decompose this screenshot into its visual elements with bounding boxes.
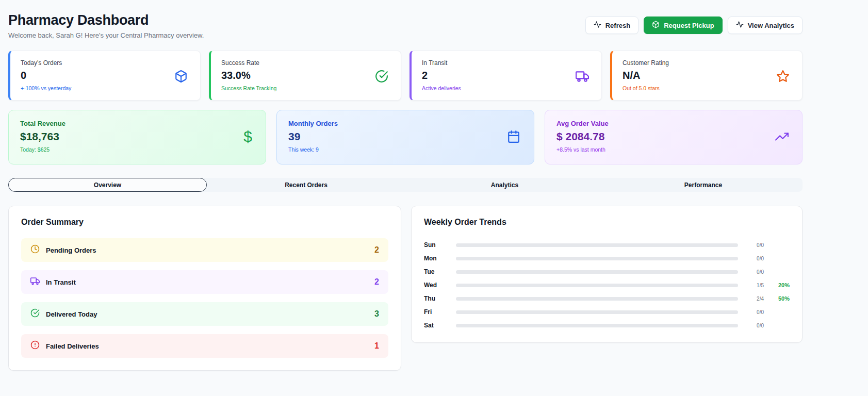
header-actions: Refresh Request Pickup View Analytics xyxy=(585,16,803,34)
page-header: Pharmacy Dashboard Welcome back, Sarah G… xyxy=(8,12,803,39)
total-revenue-card: Total Revenue $18,763 Today: $625 $ xyxy=(8,110,266,164)
item-count: 2 xyxy=(374,277,379,287)
avg-order-value-card: Avg Order Value $ 2084.78 +8.5% vs last … xyxy=(545,110,803,164)
trend-bar-track xyxy=(456,257,738,260)
trend-day-label: Mon xyxy=(424,255,450,262)
pharmacy-dashboard-page: Pharmacy Dashboard Welcome back, Sarah G… xyxy=(0,0,803,371)
stat-subtitle: Out of 5.0 stars xyxy=(623,85,792,91)
trending-up-icon xyxy=(775,130,789,145)
trend-row-mon: Mon 0/0 xyxy=(424,252,790,265)
trend-day-label: Fri xyxy=(424,308,450,316)
trend-ratio: 0/0 xyxy=(744,309,764,315)
check-circle-icon xyxy=(30,308,40,320)
card-value: $18,763 xyxy=(20,130,254,143)
trend-percent: 50% xyxy=(770,295,790,302)
card-subtitle: Today: $625 xyxy=(20,146,254,153)
alert-circle-icon xyxy=(30,340,40,352)
truck-icon xyxy=(576,70,589,85)
check-circle-icon xyxy=(375,70,388,85)
content-panels: Order Summary Pending Orders 2 In Transi… xyxy=(8,206,803,371)
stat-value: 33.0% xyxy=(221,70,390,81)
truck-icon xyxy=(30,276,40,288)
activity-icon xyxy=(736,21,744,30)
star-icon xyxy=(776,70,790,85)
trend-bar-track xyxy=(456,297,738,301)
order-summary-list: Pending Orders 2 In Transit 2 Delivered … xyxy=(21,238,388,358)
trend-row-fri: Fri 0/0 xyxy=(424,305,790,319)
request-pickup-button-label: Request Pickup xyxy=(664,22,714,29)
tab-bar: Overview Recent Orders Analytics Perform… xyxy=(8,178,803,192)
card-value: 39 xyxy=(288,130,522,143)
panel-title: Weekly Order Trends xyxy=(424,218,790,227)
trend-bar-track xyxy=(456,270,738,274)
view-analytics-button-label: View Analytics xyxy=(748,22,794,29)
dollar-icon: $ xyxy=(243,130,252,144)
trend-day-label: Wed xyxy=(424,282,450,289)
stat-card-success-rate: Success Rate 33.0% Success Rate Tracking xyxy=(209,51,401,101)
item-label: Pending Orders xyxy=(46,246,96,254)
refresh-button[interactable]: Refresh xyxy=(585,16,638,34)
tab-analytics[interactable]: Analytics xyxy=(405,178,604,192)
card-subtitle: +8.5% vs last month xyxy=(556,146,791,153)
card-title: Avg Order Value xyxy=(556,120,791,127)
trend-row-thu: Thu 2/4 50% xyxy=(424,292,790,305)
card-title: Total Revenue xyxy=(20,120,254,127)
trend-bar-track xyxy=(456,324,738,327)
tab-overview[interactable]: Overview xyxy=(8,178,207,192)
tab-recent-orders[interactable]: Recent Orders xyxy=(207,178,405,192)
stat-subtitle: Active deliveries xyxy=(422,85,591,91)
trend-ratio: 0/0 xyxy=(744,269,764,275)
trend-row-wed: Wed 1/5 20% xyxy=(424,278,790,292)
stat-value: 0 xyxy=(21,70,190,81)
trend-ratio: 2/4 xyxy=(744,296,764,302)
list-item-in-transit: In Transit 2 xyxy=(21,270,388,294)
order-summary-panel: Order Summary Pending Orders 2 In Transi… xyxy=(8,206,401,371)
page-title: Pharmacy Dashboard xyxy=(8,12,204,28)
trend-ratio: 0/0 xyxy=(744,256,764,261)
item-label: In Transit xyxy=(46,278,76,286)
trend-bar-track xyxy=(456,284,738,287)
stat-title: In Transit xyxy=(422,59,591,67)
tab-performance[interactable]: Performance xyxy=(604,178,803,192)
card-value: $ 2084.78 xyxy=(556,130,791,143)
stat-subtitle: +-100% vs yesterday xyxy=(21,85,190,91)
trend-ratio: 1/5 xyxy=(744,283,764,288)
request-pickup-button[interactable]: Request Pickup xyxy=(644,16,723,34)
trend-ratio: 0/0 xyxy=(744,242,764,248)
stat-value: 2 xyxy=(422,70,591,81)
weekly-trends-list: Sun 0/0 Mon 0/0 Tue 0/0 xyxy=(424,238,790,332)
view-analytics-button[interactable]: View Analytics xyxy=(728,16,803,34)
stat-card-in-transit: In Transit 2 Active deliveries xyxy=(410,51,602,101)
item-label: Failed Deliveries xyxy=(46,342,99,350)
stat-card-customer-rating: Customer Rating N/A Out of 5.0 stars xyxy=(610,51,803,101)
stat-title: Today's Orders xyxy=(21,59,190,67)
stat-value: N/A xyxy=(623,70,792,81)
header-text: Pharmacy Dashboard Welcome back, Sarah G… xyxy=(8,12,204,39)
clock-icon xyxy=(30,244,40,256)
refresh-button-label: Refresh xyxy=(605,22,630,29)
item-count: 2 xyxy=(374,245,379,255)
package-icon xyxy=(652,21,660,30)
item-label: Delivered Today xyxy=(46,310,97,318)
trend-bar-track xyxy=(456,243,738,247)
summary-card-row: Total Revenue $18,763 Today: $625 $ Mont… xyxy=(8,110,803,164)
trend-day-label: Sat xyxy=(424,322,450,329)
trend-day-label: Sun xyxy=(424,241,450,249)
stat-title: Customer Rating xyxy=(623,59,792,67)
trend-percent: 20% xyxy=(770,282,790,288)
list-item-delivered-today: Delivered Today 3 xyxy=(21,302,388,326)
list-item-failed-deliveries: Failed Deliveries 1 xyxy=(21,334,388,358)
package-icon xyxy=(174,70,188,85)
card-subtitle: This week: 9 xyxy=(288,146,522,153)
weekly-trends-panel: Weekly Order Trends Sun 0/0 Mon 0/0 Tue xyxy=(411,206,803,343)
trend-row-sat: Sat 0/0 xyxy=(424,319,790,332)
stat-subtitle: Success Rate Tracking xyxy=(221,85,390,91)
trend-day-label: Tue xyxy=(424,268,450,275)
card-title: Monthly Orders xyxy=(288,120,522,127)
activity-icon xyxy=(594,21,601,30)
calendar-icon xyxy=(507,130,520,145)
list-item-pending-orders: Pending Orders 2 xyxy=(21,238,388,262)
monthly-orders-card: Monthly Orders 39 This week: 9 xyxy=(276,110,534,164)
trend-ratio: 0/0 xyxy=(744,323,764,328)
trend-row-sun: Sun 0/0 xyxy=(424,238,790,252)
